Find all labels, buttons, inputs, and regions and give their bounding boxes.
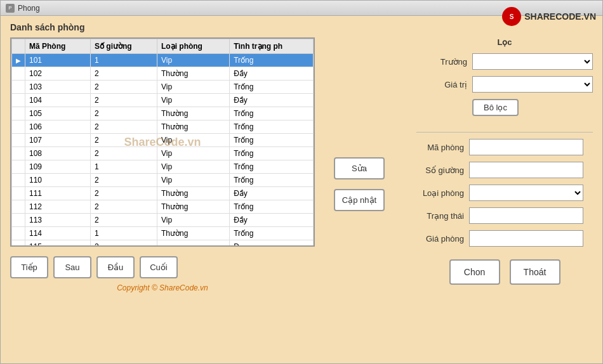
table-row[interactable]: 106 2 Thường Trống [12,120,314,134]
cell-tinh-trang: Trống [230,227,314,240]
bottom-right-buttons: Chon Thoát [416,259,593,285]
row-indicator [12,147,25,160]
col-tinh-trang: Tình trạng ph [230,39,314,54]
table-row[interactable]: 115 2 ... Đ... [12,240,314,247]
cell-ma-phong: 109 [25,160,91,174]
sau-button[interactable]: Sau [53,256,91,278]
cell-loai-phong: Vip [157,174,229,187]
cell-ma-phong: 103 [25,81,91,94]
cell-tinh-trang: Đầy [230,187,314,200]
cell-so-giuong: 2 [91,81,157,94]
copyright-text: Copyright © ShareCode.vn [10,283,315,292]
row-indicator [12,94,25,107]
trang-thai-input[interactable] [469,207,583,224]
cell-loai-phong: Thường [157,67,229,81]
table-container[interactable]: Mã Phòng Số giường Loại phòng Tình trạng… [10,37,315,247]
table-row[interactable]: 112 2 Thường Trống [12,200,314,214]
table-row[interactable]: 102 2 Thường Đầy [12,67,314,81]
row-indicator [12,134,25,147]
gia-phong-input[interactable] [469,230,583,247]
table-row[interactable]: 111 2 Thường Đầy [12,187,314,200]
table-row[interactable]: 105 2 Thường Trống [12,107,314,120]
cell-so-giuong: 1 [91,160,157,174]
sharecode-branding: S SHARECODE.VN [502,7,596,26]
cell-ma-phong: 106 [25,120,91,134]
cell-ma-phong: 108 [25,147,91,160]
gia-tri-row: Giá trị Vip Thường Trống Đầy [416,76,593,93]
row-indicator [12,187,25,200]
chon-button[interactable]: Chon [449,259,500,285]
cell-tinh-trang: Đầy [230,67,314,81]
dau-button[interactable]: Đầu [96,256,135,278]
cell-ma-phong: 104 [25,94,91,107]
left-panel: Mã Phòng Số giường Loại phòng Tình trạng… [10,37,315,292]
gia-tri-label: Giá trị [416,80,467,89]
gia-tri-select[interactable]: Vip Thường Trống Đầy [472,76,593,93]
cell-so-giuong: 2 [91,200,157,214]
ma-phong-input[interactable] [469,139,583,155]
table-row[interactable]: ▶ 101 1 Vip Trống [12,54,314,67]
cuoi-button[interactable]: Cuối [140,256,178,278]
table-row[interactable]: 103 2 Vip Trống [12,81,314,94]
cell-tinh-trang: Đ... [230,240,314,247]
cell-ma-phong: 101 [25,54,91,67]
row-indicator [12,227,25,240]
cell-so-giuong: 2 [91,120,157,134]
main-content: Danh sách phòng Mã Phòng Số giường Loại … [1,16,602,299]
cell-loai-phong: Vip [157,94,229,107]
table-row[interactable]: 108 2 Vip Trống [12,147,314,160]
col-ma-phong: Mã Phòng [25,39,91,54]
nav-buttons: Tiếp Sau Đầu Cuối [10,256,315,278]
table-row[interactable]: 107 2 Vip Trống [12,134,314,147]
sharecode-brand-text: SHARECODE.VN [524,11,596,22]
cell-tinh-trang: Trống [230,54,314,67]
cell-tinh-trang: Trống [230,134,314,147]
table-row[interactable]: 114 1 Thường Trống [12,227,314,240]
col-loai-phong: Loại phòng [157,39,229,54]
thoat-button[interactable]: Thoát [510,259,560,285]
middle-action-buttons: Sửa Cập nhật [328,75,391,292]
cell-ma-phong: 110 [25,174,91,187]
cap-nhat-button[interactable]: Cập nhật [334,189,385,211]
cell-tinh-trang: Đầy [230,214,314,227]
cell-ma-phong: 102 [25,67,91,81]
truong-select[interactable]: Mã Phòng Số giường Loại phòng Tình trạng [472,53,593,70]
cell-so-giuong: 2 [91,107,157,120]
boloc-button[interactable]: Bô lọc [472,99,519,116]
cell-ma-phong: 107 [25,134,91,147]
cell-so-giuong: 1 [91,54,157,67]
row-indicator [12,81,25,94]
cell-ma-phong: 114 [25,227,91,240]
cell-tinh-trang: Trống [230,200,314,214]
table-row[interactable]: 113 2 Vip Đầy [12,214,314,227]
table-row[interactable]: 109 1 Vip Trống [12,160,314,174]
filter-title: Lọc [416,37,593,47]
col-so-giuong: Số giường [91,39,157,54]
row-indicator [12,67,25,81]
cell-tinh-trang: Trống [230,107,314,120]
cell-tinh-trang: Trống [230,160,314,174]
rooms-table: Mã Phòng Số giường Loại phòng Tình trạng… [11,39,314,247]
table-row[interactable]: 104 2 Vip Đầy [12,94,314,107]
cell-loai-phong: Vip [157,81,229,94]
row-indicator [12,240,25,247]
cell-loai-phong: Thường [157,200,229,214]
row-indicator [12,160,25,174]
col-indicator [12,39,25,54]
so-giuong-input[interactable] [469,162,583,178]
cell-so-giuong: 1 [91,227,157,240]
cell-loai-phong: Vip [157,54,229,67]
tiep-button[interactable]: Tiếp [10,256,48,278]
main-window: P Phong S SHARECODE.VN Danh sách phòng M… [0,0,603,364]
cell-loai-phong: Thường [157,227,229,240]
sua-button[interactable]: Sửa [334,157,385,179]
cell-tinh-trang: Trống [230,147,314,160]
row-indicator [12,107,25,120]
gia-phong-row: Giá phòng [416,230,593,247]
ma-phong-label: Mã phòng [416,143,464,152]
loai-phong-label: Loại phòng [416,188,464,198]
cell-tinh-trang: Trống [230,81,314,94]
cell-loai-phong: Thường [157,120,229,134]
loai-phong-select[interactable]: Vip Thường [469,185,583,201]
table-row[interactable]: 110 2 Vip Trống [12,174,314,187]
